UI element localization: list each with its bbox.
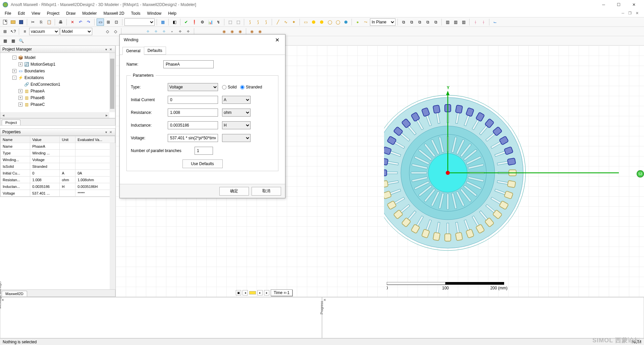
save-button[interactable] <box>17 18 25 26</box>
mdi-restore-button[interactable]: ❐ <box>627 11 633 15</box>
props-row[interactable]: TypeWinding ... <box>1 150 115 156</box>
inductance-input[interactable] <box>168 121 218 129</box>
panel-close-button[interactable]: ✕ <box>108 47 113 52</box>
props-row[interactable]: Voltage537.401 ...***** <box>1 190 115 197</box>
dup-button[interactable]: ▥ <box>460 18 467 26</box>
tree-item[interactable]: 🔗EndConnection1 <box>0 81 115 88</box>
imprint-button[interactable]: ⧉ <box>432 18 439 26</box>
props-vscroll[interactable] <box>110 143 115 289</box>
menu-draw[interactable]: Draw <box>63 10 79 16</box>
msg-close-button[interactable]: ✕ <box>1 298 4 302</box>
props-header[interactable]: Value <box>30 136 60 143</box>
tree-item[interactable]: +▭Boundaries <box>0 68 115 74</box>
unite-button[interactable]: ⧉ <box>400 18 407 26</box>
stranded-radio[interactable] <box>240 85 245 89</box>
tab-maxwell2d[interactable]: Maxwell2D <box>2 291 27 296</box>
redo-button[interactable]: ↷ <box>85 18 92 26</box>
progress-pane[interactable]: ✕ Progress <box>322 297 644 338</box>
tool-b-button[interactable]: ◧ <box>171 18 178 26</box>
region-button[interactable]: ◯ <box>334 18 341 26</box>
dialog-titlebar[interactable]: Winding ✕ <box>120 34 285 45</box>
inductance-unit[interactable]: H <box>222 121 251 129</box>
tool-d-button[interactable]: ⬚ <box>234 18 242 26</box>
array-button[interactable]: ▥ <box>452 18 459 26</box>
mdi-close-button[interactable]: ✕ <box>634 11 640 15</box>
menu-file[interactable]: File <box>1 10 14 16</box>
props-header[interactable]: Unit <box>60 136 75 143</box>
tab-project[interactable]: Project <box>2 120 20 125</box>
menu-project[interactable]: Project <box>44 10 63 16</box>
tree-item[interactable]: +▥PhaseB <box>0 94 115 101</box>
props-row[interactable]: Initial Cu...0A0A <box>1 170 115 177</box>
props-row[interactable]: Resistan...1.008ohm1.008ohm <box>1 177 115 183</box>
props-dropdown-button[interactable]: ▾ <box>104 130 108 134</box>
box3d-button[interactable]: ⬢ <box>342 18 350 26</box>
solve-button[interactable]: ⚙ <box>199 18 206 26</box>
move-mode-button[interactable]: ⊞ <box>105 18 112 26</box>
select-mode-button[interactable]: ▭ <box>97 18 104 26</box>
tree-item[interactable]: +▥PhaseA <box>0 88 115 94</box>
open-button[interactable] <box>9 18 17 26</box>
dot-button[interactable]: ● <box>354 18 361 26</box>
export-button[interactable]: ↯ <box>215 18 222 26</box>
resistance-unit[interactable]: ohm <box>222 109 251 117</box>
props-row[interactable]: Winding...Voltage <box>1 156 115 163</box>
props-row[interactable]: NamePhaseA <box>1 143 115 150</box>
results-button[interactable]: 📊 <box>207 18 214 26</box>
type-select[interactable]: Voltage <box>168 83 218 91</box>
circle-button[interactable] <box>310 18 317 26</box>
minimize-button[interactable]: ─ <box>596 0 611 9</box>
properties-table[interactable]: NameValueUnitEvaluated Va... NamePhaseAT… <box>0 136 115 197</box>
name-input[interactable] <box>163 60 214 68</box>
props-close-button[interactable]: ✕ <box>108 130 113 134</box>
mdi-minimize-button[interactable]: ─ <box>620 11 626 15</box>
props-header[interactable]: Name <box>1 136 30 143</box>
new-button[interactable] <box>1 18 9 26</box>
help-pointer-button[interactable]: ↖? <box>9 28 17 35</box>
rect-button[interactable]: ▭ <box>302 18 309 26</box>
paste-button[interactable]: 📋 <box>45 18 53 26</box>
menu-window[interactable]: Window <box>144 10 165 16</box>
arc1-button[interactable]: ⟆ <box>246 18 254 26</box>
ok-button[interactable]: 确定 <box>219 187 249 196</box>
close-button[interactable]: ✕ <box>626 0 641 9</box>
intersect-button[interactable]: ⧉ <box>416 18 423 26</box>
tool-c-button[interactable]: ⬚ <box>226 18 234 26</box>
dialog-close-button[interactable]: ✕ <box>273 36 281 44</box>
project-tree[interactable]: -📦Model+🔄MotionSetup1+▭Boundaries-⚡Excit… <box>0 53 115 118</box>
tree-item[interactable]: +▥PhaseC <box>0 101 115 108</box>
expand-icon[interactable]: + <box>18 102 22 107</box>
command-combo[interactable] <box>124 18 155 26</box>
rotate-mode-button[interactable]: ⊡ <box>113 18 120 26</box>
tl-marker[interactable] <box>249 291 256 294</box>
menu-maxwell2d[interactable]: Maxwell 2D <box>100 10 128 16</box>
props-row[interactable]: IsSolidStranded <box>1 163 115 170</box>
voltage-unit[interactable] <box>222 134 251 142</box>
tree-item[interactable]: +🔄MotionSetup1 <box>0 61 115 68</box>
tree-vscroll[interactable] <box>109 53 115 112</box>
arc2-button[interactable]: ⟆ <box>254 18 262 26</box>
branches-input[interactable] <box>195 147 213 155</box>
tree-hscroll[interactable]: ◂▸ <box>0 112 109 118</box>
tl-first-button[interactable]: ▣ <box>236 290 241 295</box>
tree-item[interactable]: -📦Model <box>0 54 115 61</box>
tl-prev-button[interactable]: ◂ <box>243 290 248 295</box>
expand-icon[interactable]: - <box>12 56 16 60</box>
plane-combo[interactable]: In Plane <box>370 18 395 26</box>
tl-next-button[interactable]: ▸ <box>257 290 263 295</box>
subtract-button[interactable]: ⧉ <box>408 18 415 26</box>
lib1-button[interactable]: ▦ <box>1 37 9 45</box>
snap1-button[interactable]: ◇ <box>104 28 111 35</box>
expand-icon[interactable]: + <box>18 62 22 66</box>
tree-button[interactable]: ⊞ <box>1 28 9 35</box>
menu-edit[interactable]: Edit <box>14 10 28 16</box>
expand-icon[interactable]: + <box>18 96 22 100</box>
prog-close-button[interactable]: ✕ <box>323 298 326 302</box>
tab-defaults[interactable]: Defaults <box>144 47 166 55</box>
voltage-input[interactable] <box>168 134 218 142</box>
print-button[interactable]: 🖶 <box>57 18 64 26</box>
undo-button[interactable]: ↶ <box>77 18 84 26</box>
lib3-button[interactable]: 🔍 <box>17 37 25 45</box>
message-manager-pane[interactable]: ✕ Message Manager <box>0 297 322 338</box>
tree-item[interactable]: -⚡Excitations <box>0 74 115 81</box>
